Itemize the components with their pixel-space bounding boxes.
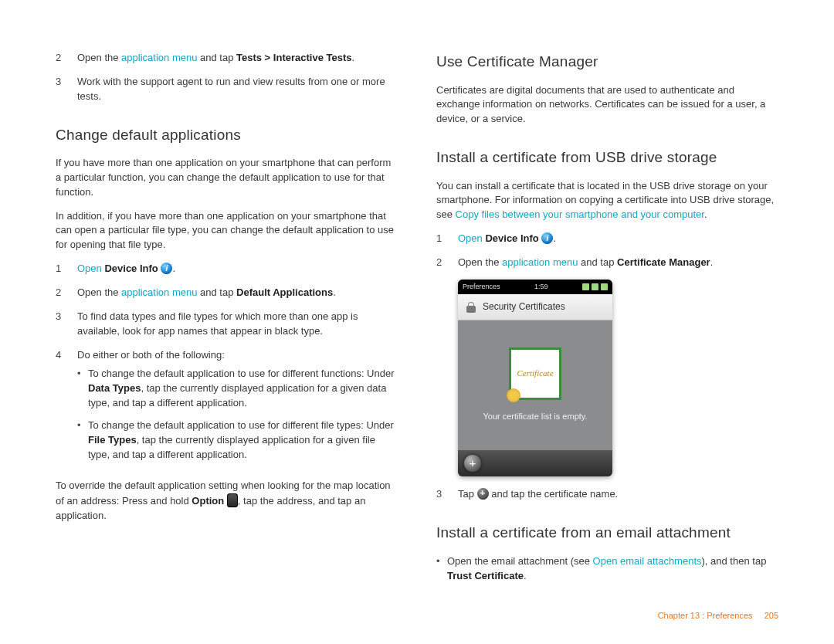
page-footer: Chapter 13 : Preferences 205 [658,610,778,622]
step-number: 4 [56,348,77,470]
step-body: Do either or both of the following: To c… [77,348,398,470]
step-body: Work with the support agent to run and v… [77,75,398,104]
step: 3 To find data types and file types for … [56,310,398,339]
device-info-icon [161,263,172,274]
heading-change-default-apps: Change default applications [56,124,398,146]
bullet: To change the default application to use… [77,367,398,411]
screenshot-footer: + [458,450,612,476]
footer-chapter: Chapter 13 : Preferences [658,611,753,620]
link-open[interactable]: Open [458,232,483,244]
step-body: To find data types and file types for wh… [77,310,398,339]
step-number: 2 [56,286,77,300]
step-number: 3 [436,487,458,502]
step: 1 Open Device Info . [56,262,398,276]
heading-use-cert-manager: Use Certificate Manager [436,51,778,73]
step-body: Open the application menu and tap Certif… [458,256,778,270]
step: 4 Do either or both of the following: To… [56,348,398,470]
statusbar-signal-icon [582,283,608,290]
option-key-icon [227,493,238,507]
step-body: Open the application menu and tap Tests … [77,51,398,66]
add-icon [477,488,489,500]
step: 3 Work with the support agent to run and… [56,75,398,104]
screenshot-header: Security Certificates [458,294,612,320]
statusbar-time: 1:59 [534,282,548,292]
step-number: 1 [436,232,458,246]
step: 3 Tap and tap the certificate name. [436,487,778,502]
screenshot-header-title: Security Certificates [483,300,565,314]
page: 2 Open the application menu and tap Test… [0,0,834,644]
link-application-menu[interactable]: application menu [502,256,578,268]
right-column: Use Certificate Manager Certificates are… [436,51,778,591]
step-number: 1 [56,262,77,276]
paragraph: You can install a certificate that is lo… [436,179,778,223]
paragraph: Certificates are digital documents that … [436,83,778,127]
link-open[interactable]: Open [77,263,102,274]
screenshot-empty-text: Your certificate list is empty. [483,411,587,423]
link-application-menu[interactable]: application menu [121,286,197,298]
footer-page-number: 205 [764,611,778,620]
step-body: Open the application menu and tap Defaul… [77,286,398,300]
lock-icon [466,302,476,313]
columns: 2 Open the application menu and tap Test… [56,51,778,591]
step: 2 Open the application menu and tap Test… [56,51,398,66]
step: 1 Open Device Info . [436,232,778,246]
step-number: 2 [436,256,458,270]
certificate-badge-icon: Certificate [509,347,561,400]
link-copy-files[interactable]: Copy files between your smartphone and y… [456,208,704,220]
step-number: 2 [56,51,77,66]
step-body: Open Device Info . [458,232,778,246]
screenshot-body: Certificate Your certificate list is emp… [458,320,612,450]
ribbon-icon [507,388,520,402]
step-body: Tap and tap the certificate name. [458,487,778,502]
screenshot-statusbar: Preferences 1:59 [458,280,612,294]
left-column: 2 Open the application menu and tap Test… [56,51,398,591]
link-application-menu[interactable]: application menu [121,52,197,63]
step-number: 3 [56,310,77,339]
step: 2 Open the application menu and tap Defa… [56,286,398,300]
statusbar-title: Preferences [463,282,500,292]
bullet: To change the default application to use… [77,419,398,463]
paragraph: If you have more than one application on… [56,156,398,200]
step: 2 Open the application menu and tap Cert… [436,256,778,270]
step-number: 3 [56,75,77,104]
device-info-icon [541,232,553,244]
step-body: Open Device Info . [77,262,398,276]
add-icon: + [464,455,481,472]
bullet-list: Open the email attachment (see Open emai… [436,554,778,584]
paragraph: To override the default application sett… [56,479,398,524]
bullet: Open the email attachment (see Open emai… [436,554,778,584]
heading-install-usb: Install a certificate from USB drive sto… [436,147,778,168]
paragraph: In addition, if you have more than one a… [56,209,398,253]
bullet-list: To change the default application to use… [77,367,398,462]
heading-install-email: Install a certificate from an email atta… [436,522,778,544]
screenshot-security-certs: Preferences 1:59 Security Certificates C… [458,280,612,476]
link-open-email-attachments[interactable]: Open email attachments [593,555,702,567]
